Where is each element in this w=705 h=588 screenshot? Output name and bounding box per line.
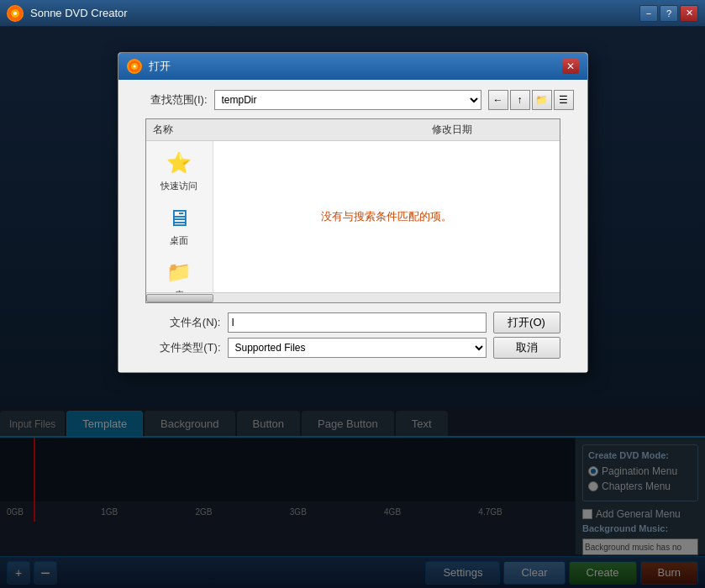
- horizontal-scrollbar[interactable]: [146, 292, 560, 302]
- modal-overlay: 打开 ✕ 查找范围(I): tempDir ← ↑ 📁: [0, 27, 705, 588]
- file-browser-content: ⭐ 快速访问 🖥 桌面 📁 库: [146, 141, 560, 292]
- app-icon: [7, 5, 24, 22]
- main-content: Input Files Template Background Button P…: [0, 27, 705, 588]
- quick-access-label-0: 快速访问: [160, 180, 197, 192]
- desktop-icon: 🖥: [164, 202, 194, 233]
- open-file-dialog: 打开 ✕ 查找范围(I): tempDir ← ↑ 📁: [118, 52, 588, 373]
- filename-label: 文件名(N):: [145, 315, 221, 330]
- filename-input[interactable]: [228, 312, 487, 333]
- quick-access-item-2[interactable]: 📁 库: [164, 257, 194, 292]
- filetype-select[interactable]: Supported Files: [228, 338, 487, 358]
- open-button[interactable]: 打开(O): [493, 312, 560, 333]
- filetype-label: 文件类型(T):: [145, 340, 221, 355]
- file-browser-header: 名称 修改日期: [146, 119, 560, 141]
- dialog-title: 打开: [149, 59, 562, 74]
- title-bar: Sonne DVD Creator − ? ✕: [0, 0, 705, 27]
- nav-buttons: ← ↑ 📁 ☰: [488, 90, 574, 110]
- svg-point-5: [133, 66, 135, 68]
- file-list-area: 没有与搜索条件匹配的项。: [213, 141, 560, 292]
- filetype-row: 文件类型(T): Supported Files 取消: [145, 337, 560, 359]
- quick-access-item-0[interactable]: ⭐ 快速访问: [160, 148, 197, 192]
- cancel-button[interactable]: 取消: [493, 337, 560, 359]
- empty-message: 没有与搜索条件匹配的项。: [321, 209, 452, 224]
- svg-point-2: [13, 12, 17, 15]
- file-browser: 名称 修改日期 ⭐ 快速访问 🖥: [145, 118, 560, 303]
- close-button[interactable]: ✕: [680, 5, 698, 22]
- dialog-body: 查找范围(I): tempDir ← ↑ 📁 ☰: [118, 80, 587, 372]
- app-window: Sonne DVD Creator − ? ✕ Input Files Temp…: [0, 0, 705, 588]
- dialog-title-bar: 打开 ✕: [118, 53, 587, 80]
- search-range-row: 查找范围(I): tempDir ← ↑ 📁 ☰: [132, 90, 574, 110]
- nav-back-button[interactable]: ←: [488, 90, 508, 110]
- dialog-close-button[interactable]: ✕: [562, 59, 579, 74]
- library-icon: 📁: [164, 257, 194, 287]
- col-date-header: 修改日期: [425, 121, 560, 139]
- quick-access-item-1[interactable]: 🖥 桌面: [164, 202, 194, 247]
- quick-access-label-1: 桌面: [170, 234, 188, 247]
- scrollbar-thumb[interactable]: [146, 294, 213, 302]
- quick-access-icon-0: ⭐: [164, 148, 194, 178]
- nav-new-folder-button[interactable]: 📁: [532, 90, 552, 110]
- search-select[interactable]: tempDir: [214, 90, 481, 110]
- title-bar-controls: − ? ✕: [639, 5, 698, 22]
- search-label: 查找范围(I):: [132, 92, 208, 108]
- nav-up-button[interactable]: ↑: [510, 90, 530, 110]
- dialog-icon: [127, 59, 142, 74]
- col-name-header: 名称: [146, 121, 425, 139]
- nav-view-button[interactable]: ☰: [554, 90, 574, 110]
- minimize-button[interactable]: −: [639, 5, 658, 22]
- help-button[interactable]: ?: [660, 5, 678, 22]
- quick-access-sidebar: ⭐ 快速访问 🖥 桌面 📁 库: [146, 141, 213, 292]
- app-title: Sonne DVD Creator: [30, 7, 639, 19]
- filename-row: 文件名(N): 打开(O): [145, 312, 560, 333]
